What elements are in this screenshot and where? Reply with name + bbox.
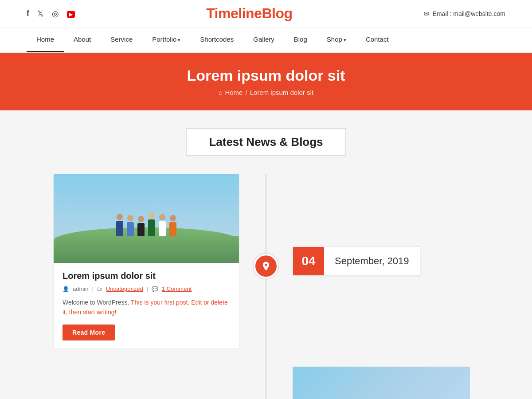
pin-icon xyxy=(261,261,271,272)
timeline-right: 04 September, 2019 xyxy=(266,174,505,349)
nav-item-home: Home xyxy=(27,27,64,52)
nav-link-contact[interactable]: Contact xyxy=(356,27,399,51)
facebook-icon[interactable]: f xyxy=(27,9,29,18)
section-heading-wrapper: Latest News & Blogs xyxy=(27,128,505,156)
breadcrumb-separator: / xyxy=(245,89,247,96)
timeline-pin xyxy=(254,254,278,279)
hero-title: Lorem ipsum dolor sit xyxy=(9,67,523,84)
social-icons: f 𝕏 ◎ ▶ xyxy=(27,9,75,19)
blog-image-inner xyxy=(54,174,239,263)
person-1 xyxy=(116,214,123,236)
meta-author: admin xyxy=(73,286,88,292)
nav-item-shop: Shop xyxy=(317,27,356,52)
timeline-left-space xyxy=(27,367,266,399)
nav-item-gallery: Gallery xyxy=(243,27,284,52)
person-5 xyxy=(159,214,166,236)
nav-link-shop[interactable]: Shop xyxy=(317,27,356,51)
category-icon: 🗂 xyxy=(97,286,102,292)
section-heading: Latest News & Blogs xyxy=(186,128,346,156)
nav-link-shortcodes[interactable]: Shortcodes xyxy=(190,27,243,51)
person-2 xyxy=(127,215,134,236)
top-bar: f 𝕏 ◎ ▶ TimelineBlog ✉ Email : mail@webs… xyxy=(0,0,532,27)
timeline-container: Lorem ipsum dolor sit 👤 admin | 🗂 Uncate… xyxy=(27,174,505,399)
timeline-right-card xyxy=(266,367,505,399)
nav-item-service: Service xyxy=(101,27,142,52)
blog-card-body: Lorem ipsum dolor sit 👤 admin | 🗂 Uncate… xyxy=(54,263,239,348)
nav-link-gallery[interactable]: Gallery xyxy=(243,27,284,51)
person-head xyxy=(117,214,123,220)
email-text: Email : mail@website.com xyxy=(433,10,505,17)
blog-post-title: Lorem ipsum dolor sit xyxy=(63,271,230,281)
main-content: Latest News & Blogs xyxy=(0,110,532,399)
person-body xyxy=(169,222,176,236)
person-head xyxy=(170,215,176,221)
logo-text-black: Timeline xyxy=(206,5,262,21)
nav-item-about: About xyxy=(64,27,101,52)
excerpt-plain: Welcome to WordPress. xyxy=(63,299,131,306)
instagram-icon[interactable]: ◎ xyxy=(52,9,59,19)
blog-card: Lorem ipsum dolor sit 👤 admin | 🗂 Uncate… xyxy=(53,174,239,349)
timeline-left: Lorem ipsum dolor sit 👤 admin | 🗂 Uncate… xyxy=(27,174,266,349)
date-day: 04 xyxy=(293,247,324,275)
nav-link-home[interactable]: Home xyxy=(27,27,64,52)
nav-item-blog: Blog xyxy=(284,27,317,52)
person-3 xyxy=(137,216,145,236)
partial-image-bg xyxy=(293,367,470,399)
person-body xyxy=(127,222,134,236)
person-head xyxy=(138,216,144,222)
nav-item-shortcodes: Shortcodes xyxy=(190,27,243,52)
date-badge: 04 September, 2019 xyxy=(293,246,420,276)
nav-list: Home About Service Portfolio Shortcodes … xyxy=(27,27,505,52)
blog-excerpt: Welcome to WordPress. This is your first… xyxy=(63,297,230,317)
home-icon: ⌂ xyxy=(219,89,222,96)
twitter-icon[interactable]: 𝕏 xyxy=(37,9,44,19)
email-icon: ✉ xyxy=(424,10,429,17)
email-area: ✉ Email : mail@website.com xyxy=(424,10,505,17)
author-icon: 👤 xyxy=(63,286,69,292)
person-6 xyxy=(169,215,176,236)
person-body xyxy=(159,221,166,236)
hero-banner: Lorem ipsum dolor sit ⌂ Home / Lorem ips… xyxy=(0,53,532,110)
logo-text-red: Blog xyxy=(262,5,292,21)
person-head xyxy=(149,212,155,219)
read-more-button[interactable]: Read More xyxy=(63,325,115,340)
meta-sep-1: | xyxy=(92,286,93,292)
person-4 xyxy=(148,212,155,236)
meta-category[interactable]: Uncategorized xyxy=(106,286,143,292)
blog-card-image xyxy=(54,174,239,263)
nav-item-portfolio: Portfolio xyxy=(142,27,190,52)
person-head xyxy=(127,215,133,221)
meta-sep-2: | xyxy=(147,286,148,292)
pin-circle xyxy=(254,254,278,279)
timeline-entry: Lorem ipsum dolor sit 👤 admin | 🗂 Uncate… xyxy=(27,174,505,349)
breadcrumb-home: Home xyxy=(225,89,243,96)
person-head xyxy=(159,214,165,220)
breadcrumb: ⌂ Home / Lorem ipsum dolor sit xyxy=(9,89,523,96)
person-body xyxy=(148,219,155,236)
meta-comments[interactable]: 1 Comment xyxy=(162,286,192,292)
nav-link-about[interactable]: About xyxy=(64,27,101,51)
nav-link-portfolio[interactable]: Portfolio xyxy=(142,27,190,51)
nav-bar: Home About Service Portfolio Shortcodes … xyxy=(0,27,532,53)
nav-link-service[interactable]: Service xyxy=(101,27,142,51)
partial-card-image xyxy=(293,367,470,399)
comment-icon: 💬 xyxy=(152,286,158,292)
nav-link-blog[interactable]: Blog xyxy=(284,27,317,51)
people-group xyxy=(116,212,176,236)
date-month-year: September, 2019 xyxy=(324,255,420,267)
person-body xyxy=(116,221,123,236)
nav-item-contact: Contact xyxy=(356,27,399,52)
blog-meta: 👤 admin | 🗂 Uncategorized | 💬 1 Comment xyxy=(63,286,230,292)
site-logo[interactable]: TimelineBlog xyxy=(206,5,292,22)
youtube-icon[interactable]: ▶ xyxy=(67,9,75,18)
timeline-entry-2 xyxy=(27,367,505,399)
breadcrumb-current: Lorem ipsum dolor sit xyxy=(250,89,313,96)
person-body xyxy=(137,223,145,236)
